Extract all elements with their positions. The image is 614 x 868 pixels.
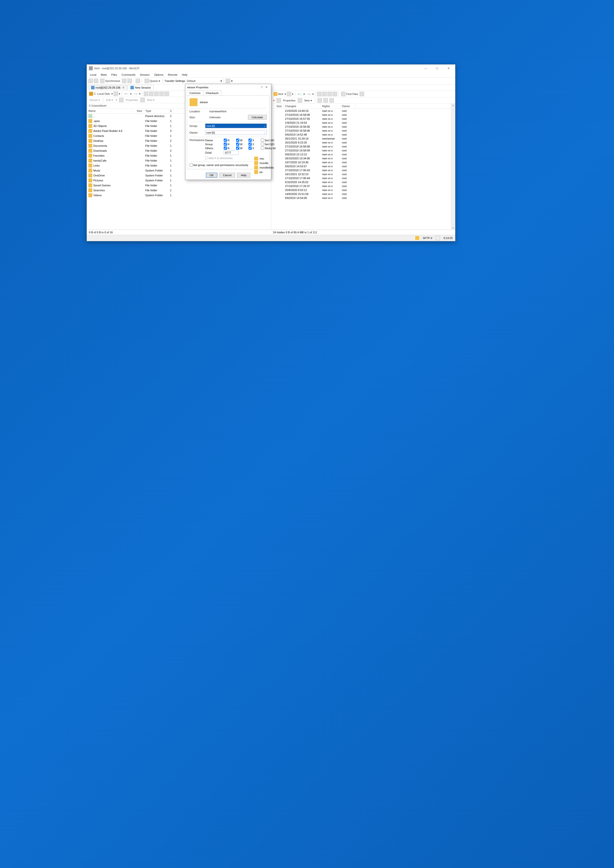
dialog-close-icon[interactable]: ✕ <box>264 85 269 89</box>
list-item[interactable]: 27/10/2018 17:28:37rwxr-xr-xroot <box>271 184 455 188</box>
menu-mark[interactable]: Mark <box>100 73 108 77</box>
root-dir-icon[interactable] <box>149 91 154 96</box>
refresh-icon[interactable] <box>333 92 337 96</box>
new-button[interactable]: New ▾ <box>304 99 313 102</box>
col-size[interactable]: Size <box>271 104 284 108</box>
select-all-icon[interactable] <box>329 98 334 103</box>
owner-combo[interactable]: root [0]⌄ <box>205 130 267 135</box>
lock-icon[interactable] <box>415 236 419 240</box>
tab-checksum[interactable]: Checksum <box>203 90 221 96</box>
home-icon[interactable] <box>327 92 332 96</box>
list-item[interactable]: 27/10/2018 16:58:08rwxr-xr-xroot <box>271 144 455 149</box>
properties-button[interactable]: Properties <box>125 98 139 101</box>
menu-commands[interactable]: Commands <box>121 73 136 77</box>
col-owner[interactable]: Owner <box>341 104 355 108</box>
list-item[interactable]: VideosSystem Folder1 <box>87 193 271 198</box>
minus-icon[interactable] <box>324 98 328 103</box>
delete-button[interactable]: ✕ <box>115 98 118 102</box>
dialog-help-icon[interactable]: ? <box>260 86 264 89</box>
plus-icon[interactable] <box>318 98 322 103</box>
list-item[interactable]: 25/8/2020 8:53:12rwxr-xr-xroot <box>271 188 455 192</box>
remote-drive-selector[interactable]: html <box>273 92 284 96</box>
menu-session[interactable]: Session <box>139 73 150 77</box>
session-tab-active[interactable]: root@202.29.39.106✕ <box>88 85 127 90</box>
compare-icon[interactable] <box>122 79 126 83</box>
list-item[interactable]: pa <box>253 170 282 174</box>
properties-button[interactable]: Properties <box>282 99 296 102</box>
list-item[interactable]: 27/10/2018 17:00:43rwxr-xr-xroot <box>271 168 455 172</box>
root-dir-icon[interactable] <box>322 92 327 96</box>
owner-x-checkbox[interactable]: X <box>248 139 259 142</box>
sticky-checkbox[interactable]: Sticky bit <box>261 146 280 150</box>
list-item[interactable]: 26/1/2021 15:28:18rwxrwxrwxroot <box>271 136 455 141</box>
new-folder-icon[interactable] <box>298 98 302 103</box>
ok-button[interactable]: OK <box>206 173 217 178</box>
list-item[interactable]: 5/6/2019 14:54:00rwxr-xr-xroot <box>271 196 455 200</box>
list-item[interactable]: 5/10/2020 14:35:02rwxr-xr-xroot <box>271 180 455 184</box>
bookmark-icon[interactable] <box>164 91 169 96</box>
close-button[interactable]: ✕ <box>443 65 454 72</box>
menu-options[interactable]: Options <box>153 73 164 77</box>
col-rights[interactable]: Rights <box>321 104 341 108</box>
help-button[interactable]: Help <box>237 173 250 178</box>
others-r-checkbox[interactable]: R <box>224 146 235 150</box>
queue-button[interactable]: Queue ▾ <box>144 78 161 84</box>
menu-help[interactable]: Help <box>181 73 189 77</box>
new-button[interactable]: New ▾ <box>146 98 155 102</box>
list-item[interactable]: moodle <box>253 161 282 165</box>
bookmark-icon[interactable] <box>360 92 364 96</box>
parent-dir-icon[interactable] <box>317 92 321 96</box>
list-item[interactable]: 27/10/2018 16:57:55rwxr-xr-xroot <box>271 117 455 121</box>
find-files-button[interactable]: Find Files <box>340 91 359 96</box>
list-item[interactable]: 5/6/2019 14:53:57rwxr-xr-xroot <box>271 164 455 168</box>
settings-icon[interactable] <box>226 79 230 83</box>
col-changed-partial[interactable]: C <box>169 108 174 113</box>
parent-dir-icon[interactable] <box>144 91 148 96</box>
setgid-checkbox[interactable]: Set GID <box>261 143 280 146</box>
list-item[interactable]: 27/10/2018 16:58:06rwxr-xr-xroot <box>271 129 455 133</box>
cancel-button[interactable]: Cancel <box>219 173 235 178</box>
list-item[interactable]: 1/9/2020 21:19:53rwxr-xr-xroot <box>271 121 455 125</box>
list-item[interactable]: 27/10/2018 16:58:08rwxr-xr-xroot <box>271 113 455 117</box>
back-button[interactable]: ⟵ <box>297 93 303 96</box>
forward-button[interactable]: ⟶ <box>132 92 138 96</box>
local-drive-selector[interactable]: C: Local Disk <box>88 91 111 96</box>
list-item[interactable]: 5/6/2019 14:52:48rwxr-xr-xroot <box>271 133 455 136</box>
sync-browse-icon[interactable] <box>94 79 98 83</box>
list-item[interactable]: 27/10/2018 16:58:09rwxr-xr-xroot <box>271 149 455 152</box>
group-r-checkbox[interactable]: R <box>224 143 235 146</box>
edit-button[interactable]: Edit ▾ <box>105 98 114 102</box>
others-x-checkbox[interactable]: X <box>248 146 259 150</box>
list-item[interactable]: 21/9/2020 14:49:24rwxr-xr-xroot <box>271 109 455 113</box>
list-item[interactable]: 27/10/2018 17:00:44rwxr-xr-xroot <box>271 176 455 180</box>
minimize-button[interactable]: — <box>420 65 431 72</box>
col-type[interactable]: Type <box>144 108 169 113</box>
col-name[interactable]: Name <box>87 108 132 113</box>
group-combo[interactable]: root [0]⌄ <box>205 124 267 128</box>
rename-icon[interactable] <box>119 98 124 102</box>
maximize-button[interactable]: ☐ <box>431 65 443 72</box>
stop-icon[interactable] <box>127 79 132 83</box>
forward-button[interactable]: ⟶ <box>305 93 312 96</box>
col-size[interactable]: Size <box>132 108 144 113</box>
refresh-icon[interactable] <box>160 91 164 96</box>
list-item[interactable]: 28/10/2020 10:34:06rwxr-xr-xroot <box>271 157 455 160</box>
list-item[interactable]: SearchesFile folder1 <box>87 188 271 193</box>
back-button[interactable]: ⟵ <box>124 92 129 96</box>
menu-files[interactable]: Files <box>110 73 118 77</box>
list-item[interactable]: 25/2/2020 9:23:25rwxr-xr-xroot <box>271 141 455 144</box>
col-changed[interactable]: Changed <box>284 104 321 108</box>
delete-button[interactable]: ✕ <box>273 99 275 102</box>
octal-input[interactable] <box>224 150 239 155</box>
home-icon[interactable] <box>154 91 159 96</box>
address-icon[interactable] <box>88 79 93 83</box>
terminal-icon[interactable] <box>136 79 140 83</box>
list-item[interactable]: 18/1/2021 10:32:23rwxr-xr-xroot <box>271 172 455 176</box>
tab-common[interactable]: Common <box>187 90 203 96</box>
menu-remote[interactable]: Remote <box>167 73 178 77</box>
list-item[interactable]: 14/8/2020 15:51:58rwxr-xr-xroot <box>271 192 455 196</box>
list-item[interactable]: 23/7/2020 10:19:36rwxr-xr-xroot <box>271 160 455 164</box>
group-x-checkbox[interactable]: X <box>248 143 259 146</box>
list-item[interactable]: 5/8/2018 22:13:22rwxr-xr-xroot <box>271 152 455 157</box>
new-folder-icon[interactable] <box>140 98 145 102</box>
